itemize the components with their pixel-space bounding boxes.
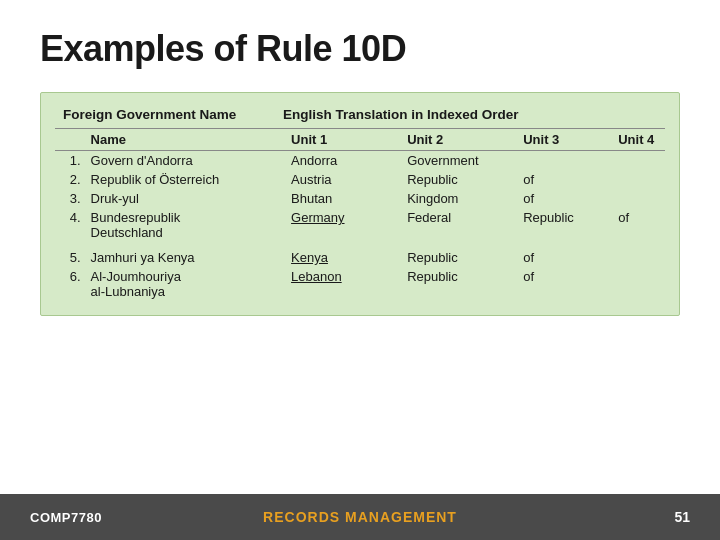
page-title: Examples of Rule 10D: [40, 28, 680, 70]
cell-unit2: Government: [401, 151, 517, 171]
table-row: 4.BundesrepublikDeutschlandGermanyFedera…: [55, 208, 665, 242]
outer-header-english: English Translation in Indexed Order: [275, 103, 665, 126]
cell-unit2: Republic: [401, 267, 517, 301]
cell-unit4: [612, 151, 665, 171]
footer-bar: COMP7780 RECORDS MANAGEMENT 51: [0, 494, 720, 540]
main-content: Examples of Rule 10D Foreign Government …: [0, 0, 720, 316]
col-header-num: [55, 129, 85, 151]
cell-unit1: Lebanon: [285, 267, 401, 301]
cell-unit3: of: [517, 189, 612, 208]
cell-name: Druk-yul: [85, 189, 286, 208]
cell-unit4: [612, 267, 665, 301]
cell-unit3: of: [517, 170, 612, 189]
table-row: 1.Govern d'AndorraAndorraGovernment: [55, 151, 665, 171]
table-row: 3.Druk-yulBhutanKingdomof: [55, 189, 665, 208]
col-header-unit1: Unit 1: [285, 129, 401, 151]
cell-unit2: Federal: [401, 208, 517, 242]
outer-header-row: Foreign Government Name English Translat…: [55, 103, 665, 126]
cell-num: 5.: [55, 248, 85, 267]
cell-unit3: [517, 151, 612, 171]
col-header-unit4: Unit 4: [612, 129, 665, 151]
data-table: Name Unit 1 Unit 2 Unit 3 Unit 4 1.Gover…: [55, 128, 665, 301]
outer-header-foreign: Foreign Government Name: [55, 103, 275, 126]
footer-course-code: COMP7780: [30, 510, 102, 525]
table-row: 2.Republik of ÖsterreichAustriaRepublico…: [55, 170, 665, 189]
cell-name: Republik of Österreich: [85, 170, 286, 189]
cell-unit1: Austria: [285, 170, 401, 189]
cell-unit1: Bhutan: [285, 189, 401, 208]
cell-unit4: [612, 170, 665, 189]
cell-unit1: Kenya: [285, 248, 401, 267]
cell-num: 2.: [55, 170, 85, 189]
cell-unit1: Andorra: [285, 151, 401, 171]
table-row: 6.Al-Joumhouriyaal-LubnaniyaLebanonRepub…: [55, 267, 665, 301]
cell-name: Govern d'Andorra: [85, 151, 286, 171]
cell-unit4: [612, 189, 665, 208]
cell-unit3: Republic: [517, 208, 612, 242]
cell-num: 3.: [55, 189, 85, 208]
cell-unit3: of: [517, 267, 612, 301]
cell-unit1: Germany: [285, 208, 401, 242]
cell-unit3: of: [517, 248, 612, 267]
cell-num: 6.: [55, 267, 85, 301]
table-wrapper: Foreign Government Name English Translat…: [40, 92, 680, 316]
cell-unit4: of: [612, 208, 665, 242]
cell-num: 4.: [55, 208, 85, 242]
cell-name: Jamhuri ya Kenya: [85, 248, 286, 267]
footer-title: RECORDS MANAGEMENT: [263, 509, 457, 525]
table-row: 5.Jamhuri ya KenyaKenyaRepublicof: [55, 248, 665, 267]
cell-unit2: Republic: [401, 170, 517, 189]
cell-unit4: [612, 248, 665, 267]
cell-name: BundesrepublikDeutschland: [85, 208, 286, 242]
col-header-unit2: Unit 2: [401, 129, 517, 151]
cell-name: Al-Joumhouriyaal-Lubnaniya: [85, 267, 286, 301]
col-header-name: Name: [85, 129, 286, 151]
cell-unit2: Kingdom: [401, 189, 517, 208]
col-header-unit3: Unit 3: [517, 129, 612, 151]
footer-page-number: 51: [674, 509, 690, 525]
cell-num: 1.: [55, 151, 85, 171]
table-header-row: Name Unit 1 Unit 2 Unit 3 Unit 4: [55, 129, 665, 151]
cell-unit2: Republic: [401, 248, 517, 267]
